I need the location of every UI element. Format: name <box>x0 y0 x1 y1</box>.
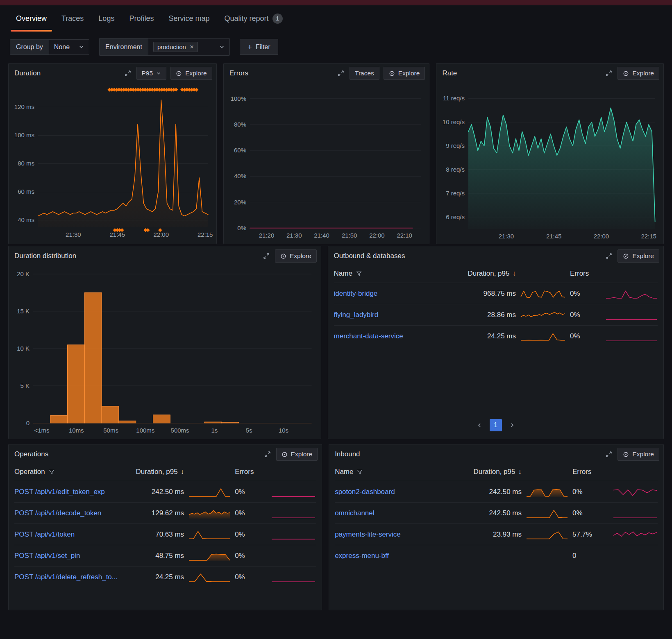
inbound-panel: Inbound Explore Name Duration, p95 <box>329 444 664 610</box>
explore-button[interactable]: Explore <box>384 67 425 80</box>
svg-text:10 K: 10 K <box>17 345 30 352</box>
column-header-name[interactable]: Name <box>334 270 442 278</box>
expand-panel-icon[interactable] <box>604 69 613 78</box>
add-filter-button[interactable]: + Filter <box>240 39 278 55</box>
service-link[interactable]: merchant-data-service <box>334 332 442 340</box>
svg-text:8 req/s: 8 req/s <box>446 166 465 173</box>
duration-distribution-chart[interactable]: 05 K10 K15 K20 K<1ms10ms50ms100ms500ms1s… <box>11 266 318 437</box>
svg-text:20 K: 20 K <box>17 270 30 277</box>
service-link[interactable]: spoton2-dashboard <box>335 488 456 496</box>
rate-chart[interactable]: 6 req/s7 req/s8 req/s9 req/s10 req/s11 r… <box>439 83 660 242</box>
duration-sparkline <box>520 330 566 342</box>
operation-link[interactable]: POST /api/v1/delete_refresh_to... <box>14 573 118 581</box>
svg-text:21:30: 21:30 <box>499 233 514 240</box>
errors-sparkline <box>605 309 658 321</box>
tab-profiles[interactable]: Profiles <box>123 5 160 32</box>
table-row: POST /api/v1/edit_token_exp 242.50 ms 0% <box>14 481 316 503</box>
explore-button[interactable]: Explore <box>170 67 212 80</box>
column-header-duration[interactable]: Duration, p95 ↓ <box>468 270 516 278</box>
explore-button[interactable]: Explore <box>276 448 318 461</box>
svg-text:120 ms: 120 ms <box>14 103 34 110</box>
errors-sparkline <box>605 288 658 300</box>
errors-value: 0% <box>235 573 267 581</box>
duration-chart[interactable]: 40 ms60 ms80 ms100 ms120 ms21:3021:4522:… <box>11 83 213 242</box>
expand-panel-icon[interactable] <box>262 252 271 261</box>
svg-text:500ms: 500ms <box>171 427 189 434</box>
column-header-duration[interactable]: Duration, p95 ↓ <box>473 468 522 476</box>
table-row: POST /api/v1/decode_token 129.62 ms 0% <box>14 503 316 524</box>
chevron-down-icon <box>219 44 225 50</box>
svg-text:21:30: 21:30 <box>286 232 302 239</box>
svg-text:1s: 1s <box>211 427 218 434</box>
column-header-errors: Errors <box>570 270 601 278</box>
rate-panel: Rate Explore 6 req/s7 req/s8 req/s9 req/… <box>436 63 664 244</box>
duration-distribution-panel: Duration distribution Explore 05 K10 K15… <box>8 246 321 439</box>
duration-value: 70.63 ms <box>155 530 184 539</box>
duration-sparkline <box>526 550 568 562</box>
service-link[interactable]: flying_ladybird <box>334 311 442 319</box>
errors-chart[interactable]: 0%20%40%60%80%100%21:2021:3021:4021:5022… <box>226 83 426 242</box>
filter-funnel-icon[interactable] <box>357 469 363 475</box>
duration-value: 129.62 ms <box>152 509 184 517</box>
errors-value: 0% <box>235 509 267 517</box>
expand-panel-icon[interactable] <box>123 69 132 78</box>
explore-button[interactable]: Explore <box>618 448 659 461</box>
column-header-operation[interactable]: Operation <box>14 468 118 476</box>
column-header-name[interactable]: Name <box>335 468 456 476</box>
operation-link[interactable]: POST /api/v1/token <box>14 530 118 539</box>
explore-button[interactable]: Explore <box>275 249 317 263</box>
next-page-button[interactable] <box>506 419 518 431</box>
svg-text:10s: 10s <box>279 427 288 434</box>
errors-value: 0% <box>570 332 601 340</box>
column-header-duration[interactable]: Duration, p95 ↓ <box>136 468 184 476</box>
operation-link[interactable]: POST /api/v1/edit_token_exp <box>14 488 118 496</box>
p95-dropdown[interactable]: P95 <box>136 67 167 80</box>
expand-panel-icon[interactable] <box>604 252 613 261</box>
chevron-down-icon <box>156 71 161 76</box>
svg-text:6 req/s: 6 req/s <box>446 213 465 220</box>
environment-label: Environment <box>99 38 148 56</box>
svg-text:100ms: 100ms <box>136 427 154 434</box>
explore-button[interactable]: Explore <box>618 67 659 80</box>
service-link[interactable]: express-menu-bff <box>335 552 456 560</box>
svg-text:9 req/s: 9 req/s <box>446 142 465 149</box>
errors-sparkline <box>613 550 658 562</box>
expand-panel-icon[interactable] <box>336 69 345 78</box>
svg-text:22:00: 22:00 <box>369 232 385 239</box>
tab-quality-report[interactable]: Quality report 1 <box>218 5 288 32</box>
expand-panel-icon[interactable] <box>263 450 272 459</box>
operation-link[interactable]: POST /api/v1/set_pin <box>14 552 118 560</box>
environment-select[interactable]: production × <box>148 38 230 56</box>
errors-sparkline <box>613 528 658 541</box>
group-by-select[interactable]: None <box>49 39 89 55</box>
chevron-right-icon <box>509 422 515 428</box>
compass-icon <box>623 70 629 77</box>
svg-text:40 ms: 40 ms <box>18 216 34 223</box>
filter-funnel-icon[interactable] <box>49 469 54 475</box>
duration-sparkline <box>188 550 231 562</box>
panel-title: Rate <box>442 69 457 77</box>
explore-button[interactable]: Explore <box>618 249 659 263</box>
operation-link[interactable]: POST /api/v1/decode_token <box>14 509 118 517</box>
service-link[interactable]: identity-bridge <box>334 290 442 298</box>
environment-control: Environment production × <box>99 38 230 56</box>
remove-environment-icon[interactable]: × <box>190 43 194 50</box>
errors-value: 57.7% <box>572 530 608 539</box>
tab-overview[interactable]: Overview <box>10 5 53 32</box>
traces-button[interactable]: Traces <box>350 67 379 80</box>
tab-logs[interactable]: Logs <box>92 5 120 32</box>
filter-funnel-icon[interactable] <box>356 271 362 276</box>
expand-panel-icon[interactable] <box>604 450 613 459</box>
service-link[interactable]: payments-lite-service <box>335 530 456 539</box>
table-row: flying_ladybird 28.86 ms 0% <box>334 304 658 326</box>
errors-sparkline <box>613 486 658 498</box>
tab-traces[interactable]: Traces <box>55 5 90 32</box>
table-row: POST /api/v1/token 70.63 ms 0% <box>14 524 316 545</box>
tab-service-map[interactable]: Service map <box>162 5 216 32</box>
top-alert-strip <box>0 0 672 5</box>
page-1-button[interactable]: 1 <box>490 419 502 431</box>
svg-text:100%: 100% <box>230 95 246 102</box>
prev-page-button[interactable] <box>473 419 486 431</box>
svg-text:60 ms: 60 ms <box>18 188 34 195</box>
service-link[interactable]: omnichannel <box>335 509 456 517</box>
